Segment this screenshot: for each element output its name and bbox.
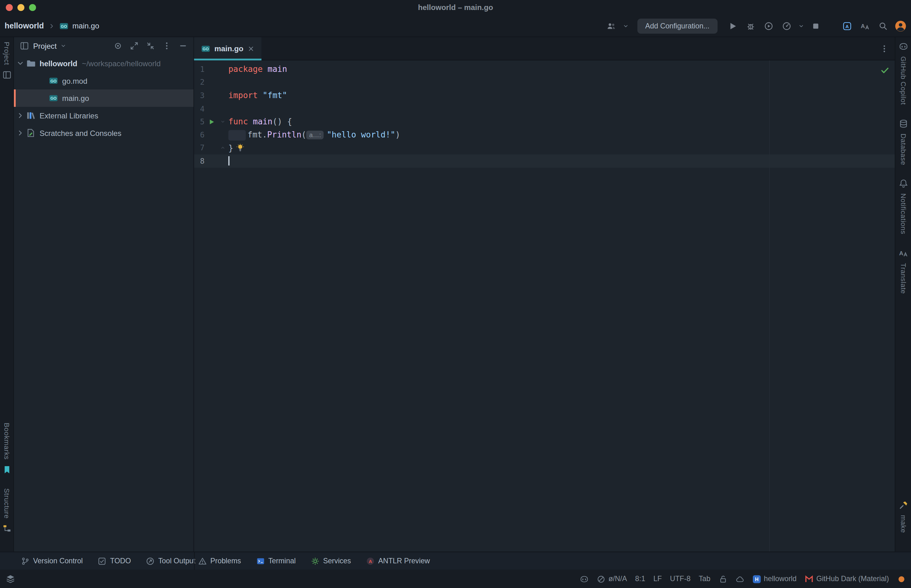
run-with-coverage-button[interactable] bbox=[762, 19, 775, 32]
gutter-line-1[interactable]: 1 bbox=[194, 63, 228, 76]
run-main-icon[interactable] bbox=[208, 118, 215, 125]
tool-window-button-antlr-preview[interactable]: AANTLR Preview bbox=[366, 556, 430, 565]
editor-gutter: 12345678 bbox=[194, 60, 228, 551]
breadcrumb-file[interactable]: main.go bbox=[72, 21, 99, 30]
chevron-down-icon[interactable] bbox=[61, 43, 66, 49]
profiler-button[interactable] bbox=[780, 19, 793, 32]
caret-position[interactable]: 8:1 bbox=[635, 575, 645, 583]
tree-item-go-mod[interactable]: GOgo.mod bbox=[14, 72, 194, 89]
sync-status[interactable] bbox=[735, 575, 744, 583]
gutter-line-8[interactable]: 8 bbox=[194, 155, 228, 168]
debug-button[interactable] bbox=[744, 19, 757, 32]
tree-item-main-go[interactable]: GOmain.go bbox=[14, 89, 194, 107]
stripe-label: GitHub Copilot bbox=[899, 56, 907, 105]
project-panel-icon bbox=[2, 70, 11, 80]
tab-close-icon[interactable] bbox=[247, 45, 254, 52]
hide-panel-button[interactable] bbox=[178, 41, 188, 51]
more-run-options-icon[interactable] bbox=[798, 23, 804, 29]
indent-style[interactable]: Tab bbox=[699, 575, 710, 583]
theme-widget-label: GitHub Dark (Material) bbox=[816, 575, 889, 583]
code-line-2[interactable] bbox=[228, 76, 895, 89]
gutter-line-6[interactable]: 6 bbox=[194, 128, 228, 142]
code-line-7[interactable]: } bbox=[228, 142, 895, 155]
intention-bulb-icon[interactable] bbox=[236, 142, 245, 151]
search-everywhere-button[interactable] bbox=[877, 19, 890, 32]
stripe-button-translate[interactable]: ATranslate bbox=[898, 249, 908, 294]
close-window-button[interactable] bbox=[6, 4, 13, 11]
tool-window-button-tool-output[interactable]: Tool Output bbox=[146, 556, 196, 565]
code-line-4[interactable] bbox=[228, 102, 895, 115]
gutter-line-3[interactable]: 3 bbox=[194, 89, 228, 102]
right-tool-stripe: GitHub CopilotDatabaseNotificationsATran… bbox=[895, 37, 911, 552]
code-token: main bbox=[268, 65, 287, 74]
stop-button[interactable] bbox=[809, 19, 822, 32]
tab-list-options-icon[interactable] bbox=[880, 44, 889, 53]
theme-widget[interactable]: GitHub Dark (Material) bbox=[805, 575, 889, 583]
code-token: import bbox=[228, 90, 263, 100]
code-line-8[interactable] bbox=[228, 155, 895, 168]
stripe-label: Translate bbox=[899, 263, 907, 294]
memory-indicator[interactable]: ø/N/A bbox=[597, 575, 627, 583]
tool-window-button-todo[interactable]: TODO bbox=[98, 556, 131, 565]
zoom-window-button[interactable] bbox=[29, 4, 36, 11]
editor-tab-main-go[interactable]: GO main.go bbox=[194, 37, 261, 60]
code-line-3[interactable]: import "fmt" bbox=[228, 89, 895, 102]
layers-icon[interactable] bbox=[6, 574, 15, 584]
stripe-button-structure[interactable]: Structure bbox=[2, 488, 11, 533]
tree-item-helloworld[interactable]: helloworld~/workspace/helloworld bbox=[14, 55, 194, 72]
tool-window-button-services[interactable]: Services bbox=[311, 556, 351, 565]
code-editor[interactable]: 12345678 package mainimport "fmt"func ma… bbox=[194, 60, 895, 551]
gutter-line-4[interactable]: 4 bbox=[194, 102, 228, 115]
minimize-window-button[interactable] bbox=[18, 4, 24, 11]
notification-indicator[interactable] bbox=[897, 575, 906, 583]
window-title: helloworld – main.go bbox=[0, 0, 911, 15]
line-separator-label: LF bbox=[654, 575, 662, 583]
readonly-toggle[interactable] bbox=[718, 575, 727, 583]
editor-content[interactable]: package mainimport "fmt"func main() {fmt… bbox=[228, 60, 895, 551]
code-line-1[interactable]: package main bbox=[228, 63, 895, 76]
code-line-6[interactable]: fmt.Println(a…:"hello world!") bbox=[228, 128, 895, 142]
gutter-line-5[interactable]: 5 bbox=[194, 115, 228, 128]
chevron-down-icon[interactable] bbox=[623, 23, 628, 29]
tool-window-button-terminal[interactable]: Terminal bbox=[256, 556, 296, 565]
tab-label: main.go bbox=[214, 44, 244, 53]
project-widget[interactable]: Hhelloworld bbox=[752, 575, 796, 583]
library-icon bbox=[26, 111, 36, 120]
tool-window-button-version-control[interactable]: Version Control bbox=[21, 556, 83, 565]
line-separator[interactable]: LF bbox=[654, 575, 662, 583]
copilot-status[interactable] bbox=[580, 575, 589, 583]
stripe-button-notifications[interactable]: Notifications bbox=[898, 179, 908, 235]
copilot-icon bbox=[898, 42, 908, 51]
copilot-icon bbox=[580, 575, 589, 583]
fold-region bbox=[218, 145, 227, 151]
file-encoding[interactable]: UTF-8 bbox=[670, 575, 691, 583]
run-button[interactable] bbox=[726, 19, 739, 32]
orange-dot-icon bbox=[897, 575, 906, 583]
stripe-button-github-copilot[interactable]: GitHub Copilot bbox=[898, 42, 908, 105]
ai-assistant-button[interactable]: A bbox=[841, 19, 853, 32]
code-token: fmt bbox=[248, 130, 262, 139]
code-with-me-button[interactable] bbox=[605, 19, 617, 32]
tree-item-scratches-and-consoles[interactable]: Scratches and Consoles bbox=[14, 124, 194, 142]
code-line-5[interactable]: func main() { bbox=[228, 115, 895, 128]
svg-text:A: A bbox=[845, 24, 849, 29]
breadcrumb-project[interactable]: helloworld bbox=[5, 21, 44, 30]
select-opened-file-button[interactable] bbox=[113, 41, 123, 51]
stripe-button-make[interactable]: make bbox=[898, 501, 908, 533]
expand-all-button[interactable] bbox=[129, 41, 139, 51]
panel-options-button[interactable] bbox=[162, 41, 172, 51]
stripe-button-bookmarks[interactable]: Bookmarks bbox=[2, 423, 11, 474]
stripe-button-database[interactable]: Database bbox=[898, 119, 908, 165]
stripe-button-project[interactable]: Project bbox=[2, 42, 11, 80]
add-configuration-button[interactable]: Add Configuration... bbox=[637, 18, 717, 34]
user-avatar[interactable] bbox=[895, 20, 906, 32]
tree-item-label: External Libraries bbox=[39, 111, 98, 120]
translate-button[interactable]: A bbox=[859, 19, 872, 32]
gutter-line-2[interactable]: 2 bbox=[194, 76, 228, 89]
collapse-all-button[interactable] bbox=[146, 41, 155, 51]
gutter-line-7[interactable]: 7 bbox=[194, 142, 228, 155]
svg-text:GO: GO bbox=[61, 24, 67, 28]
project-panel-title[interactable]: Project bbox=[33, 42, 57, 50]
tool-window-button-problems[interactable]: Problems bbox=[198, 556, 241, 565]
tree-item-external-libraries[interactable]: External Libraries bbox=[14, 107, 194, 124]
